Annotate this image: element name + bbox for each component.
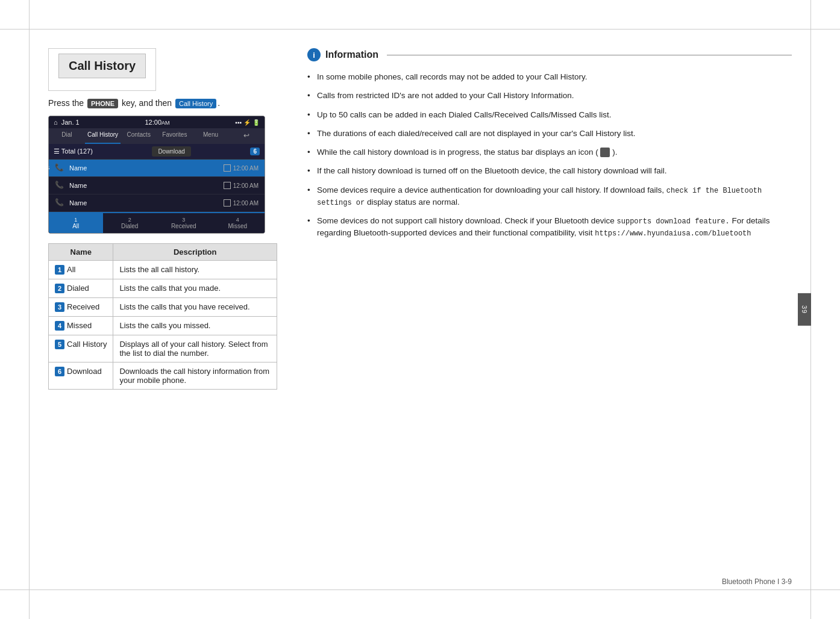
left-column: Call History Press the PHONE key, and th… — [48, 48, 277, 571]
info-divider — [387, 55, 792, 55]
phone-checkbox-2[interactable] — [224, 182, 231, 189]
row-badge-0: 1 — [55, 265, 64, 275]
phone-total: ☰ Total (127) — [54, 148, 93, 155]
bullet-item-6: Some devices require a device authentica… — [307, 184, 792, 209]
phone-status-bar: ⌂ Jan. 1 12:00AM ▪▪▪ ⚡ 🔋 — [49, 116, 265, 128]
tab-num-4: 4 — [212, 217, 264, 223]
home-icon: ⌂ — [54, 119, 58, 126]
press-text-before: Press the — [48, 98, 84, 108]
phone-download-btn[interactable]: Download — [152, 146, 190, 157]
row-badge-4: 5 — [55, 340, 64, 349]
table-cell-name: 1All — [49, 261, 113, 279]
badge-5: 5 — [48, 164, 52, 172]
section-title-box: Call History — [48, 48, 156, 91]
main-content: Call History Press the PHONE key, and th… — [48, 48, 792, 571]
section-title: Call History — [58, 54, 146, 78]
table-cell-name: 6Download — [49, 362, 113, 390]
table-cell-name: 5Call History — [49, 335, 113, 362]
phone-ui-mockup: ⌂ Jan. 1 12:00AM ▪▪▪ ⚡ 🔋 Dial Call Histo… — [48, 116, 265, 234]
phone-bottom-tabs: 1 All 2 Dialed 3 Received 4 Missed — [49, 212, 265, 233]
row-badge-3: 4 — [55, 321, 64, 331]
page-footer: Bluetooth Phone I 3-9 — [722, 577, 792, 586]
bullet-item-2: Up to 50 calls can be added in each Dial… — [307, 109, 792, 121]
phone-bottom-tab-all[interactable]: 1 All — [49, 213, 103, 233]
table-row: 2DialedLists the calls that you made. — [49, 279, 277, 298]
phone-status-icons: ▪▪▪ ⚡ 🔋 — [235, 119, 260, 126]
phone-name-2: Name — [69, 182, 224, 189]
tab-num-3: 3 — [158, 217, 210, 223]
table-cell-description: Lists the calls that you have received. — [113, 298, 277, 317]
bullet-item-0: In some mobile phones, call records may … — [307, 71, 792, 83]
info-bullet-list: In some mobile phones, call records may … — [307, 71, 792, 240]
phone-bottom-tab-missed[interactable]: 4 Missed — [211, 213, 265, 233]
table-cell-description: Displays all of your call history. Selec… — [113, 335, 277, 362]
phone-tab-contacts[interactable]: Contacts — [121, 128, 157, 144]
bullet-item-3: The durations of each dialed/received ca… — [307, 128, 792, 140]
phone-tab-favorites[interactable]: Favorites — [157, 128, 193, 144]
phone-status-left: ⌂ Jan. 1 — [54, 119, 80, 126]
table-row: 3ReceivedLists the calls that you have r… — [49, 298, 277, 317]
table-row: 5Call HistoryDisplays all of your call h… — [49, 335, 277, 362]
call-icon-3: 📞 — [55, 198, 64, 208]
tab-num-2: 2 — [104, 217, 156, 223]
phone-name-1: Name — [69, 164, 224, 172]
phone-date: Jan. 1 — [61, 119, 80, 126]
press-text-middle: key, and then — [122, 98, 172, 108]
phone-time-3: 12:00 AM — [233, 200, 259, 207]
badge-6: 6 — [250, 148, 260, 155]
phone-name-3: Name — [69, 199, 224, 207]
page-number-tab: 39 — [798, 293, 811, 326]
phone-checkbox-1[interactable] — [224, 164, 231, 172]
press-key-instruction: Press the PHONE key, and then Call Histo… — [48, 98, 277, 108]
status-icon — [600, 148, 610, 157]
table-header-description: Description — [113, 244, 277, 261]
phone-tab-call-history[interactable]: Call History — [85, 128, 121, 144]
bullet-item-7: Some devices do not support call history… — [307, 215, 792, 240]
bullet-item-1: Calls from restricted ID's are not added… — [307, 90, 792, 102]
right-column: i Information In some mobile phones, cal… — [301, 48, 792, 571]
info-header: i Information — [307, 48, 792, 61]
signal-icon: ▪▪▪ — [235, 119, 242, 126]
description-table: Name Description 1AllLists the all call … — [48, 243, 277, 390]
call-icon-1: 📞 — [55, 163, 64, 173]
phone-nav-tabs: Dial Call History Contacts Favorites Men… — [49, 128, 265, 144]
phone-bottom-tab-received[interactable]: 3 Received — [157, 213, 211, 233]
phone-list-item-2[interactable]: 📞 Name 12:00 AM — [49, 177, 265, 194]
table-cell-description: Lists the calls that you made. — [113, 279, 277, 298]
phone-tab-back[interactable]: ↩ — [228, 128, 265, 144]
bullet-item-5: If the call history download is turned o… — [307, 165, 792, 177]
table-cell-name: 4Missed — [49, 317, 113, 335]
page-border-top — [0, 29, 840, 30]
call-icon-2: 📞 — [55, 181, 64, 190]
phone-time: 12:00AM — [145, 119, 169, 126]
row-badge-5: 6 — [55, 367, 64, 376]
table-cell-name: 2Dialed — [49, 279, 113, 298]
call-history-key-badge: Call History — [175, 99, 216, 108]
bluetooth-icon: ⚡ — [243, 119, 251, 126]
phone-call-list: 5 📞 Name 12:00 AM 📞 Name 12:00 AM 📞 Name — [49, 160, 265, 212]
info-title: Information — [325, 49, 378, 60]
phone-toolbar: ☰ Total (127) Download 6 — [49, 144, 265, 160]
phone-list-item-3[interactable]: 📞 Name 12:00 AM — [49, 194, 265, 212]
bullet-item-4: While the call history download is in pr… — [307, 146, 792, 158]
phone-tab-dial[interactable]: Dial — [49, 128, 85, 144]
phone-time-1: 12:00 AM — [233, 165, 259, 172]
table-cell-description: Lists the calls you missed. — [113, 317, 277, 335]
phone-bottom-tab-dialed[interactable]: 2 Dialed — [103, 213, 157, 233]
phone-list-item-1[interactable]: 5 📞 Name 12:00 AM — [49, 160, 265, 177]
battery-icon: 🔋 — [252, 119, 260, 126]
table-row: 1AllLists the all call history. — [49, 261, 277, 279]
table-row: 6DownloadDownloads the call history info… — [49, 362, 277, 390]
table-cell-description: Lists the all call history. — [113, 261, 277, 279]
page-border-left — [29, 0, 30, 619]
phone-checkbox-3[interactable] — [224, 199, 231, 207]
tab-num-1: 1 — [50, 217, 102, 223]
phone-time-2: 12:00 AM — [233, 182, 259, 189]
row-badge-1: 2 — [55, 284, 64, 293]
table-header-name: Name — [49, 244, 113, 261]
phone-key-badge: PHONE — [87, 99, 118, 108]
phone-tab-menu[interactable]: Menu — [193, 128, 229, 144]
table-cell-description: Downloads the call history information f… — [113, 362, 277, 390]
table-cell-name: 3Received — [49, 298, 113, 317]
info-icon: i — [307, 48, 321, 61]
